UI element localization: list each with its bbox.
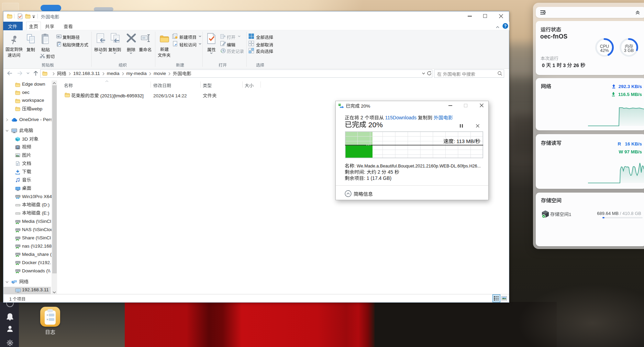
svg-text:?: ? [504, 24, 507, 29]
